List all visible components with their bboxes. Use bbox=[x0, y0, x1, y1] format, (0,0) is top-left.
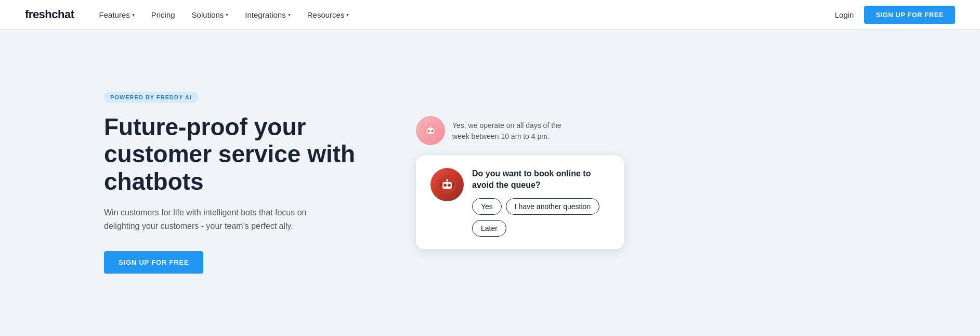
chevron-down-icon: ▾ bbox=[288, 12, 291, 18]
main-content: POWERED BY FREDDY AI Future-proof your c… bbox=[0, 29, 980, 336]
svg-rect-16 bbox=[452, 183, 454, 186]
nav-signup-button[interactable]: SIGN UP FOR FREE bbox=[864, 6, 955, 24]
hero-signup-button[interactable]: SIGN UP FOR FREE bbox=[104, 251, 203, 274]
hero-subtitle: Win customers for life with intelligent … bbox=[104, 206, 322, 232]
bot-face-icon bbox=[422, 122, 439, 139]
nav-item-integrations[interactable]: Integrations ▾ bbox=[245, 10, 290, 19]
nav-links: Features ▾ Pricing Solutions ▾ Integrati… bbox=[99, 10, 835, 19]
bot-avatar-icon bbox=[436, 173, 459, 196]
bot-avatar-small bbox=[416, 116, 445, 145]
chat-options: Yes I have another question Later bbox=[472, 198, 609, 237]
svg-point-5 bbox=[430, 126, 432, 127]
nav-item-features[interactable]: Features ▾ bbox=[99, 10, 135, 19]
brand-logo[interactable]: freshchat bbox=[25, 8, 74, 21]
nav-item-resources[interactable]: Resources ▾ bbox=[307, 10, 349, 19]
svg-rect-14 bbox=[447, 180, 448, 183]
chat-option-another-question[interactable]: I have another question bbox=[506, 198, 599, 215]
powered-badge: POWERED BY FREDDY AI bbox=[104, 92, 198, 103]
chat-option-yes[interactable]: Yes bbox=[472, 198, 502, 215]
chevron-down-icon: ▾ bbox=[226, 12, 228, 18]
nav-actions: Login SIGN UP FOR FREE bbox=[835, 6, 955, 24]
login-link[interactable]: Login bbox=[835, 10, 854, 19]
svg-rect-15 bbox=[440, 183, 442, 186]
svg-rect-6 bbox=[430, 127, 431, 128]
svg-point-2 bbox=[428, 130, 430, 132]
chevron-down-icon: ▾ bbox=[132, 12, 135, 18]
chevron-down-icon: ▾ bbox=[346, 12, 349, 18]
svg-point-12 bbox=[449, 184, 450, 186]
chat-question-text: Do you want to book online to avoid the … bbox=[472, 168, 609, 191]
chat-card-content: Do you want to book online to avoid the … bbox=[472, 168, 609, 237]
nav-item-solutions[interactable]: Solutions ▾ bbox=[192, 10, 229, 19]
bot-message-text: Yes, we operate on all days of the week … bbox=[452, 116, 567, 142]
chat-card: Do you want to book online to avoid the … bbox=[416, 156, 624, 250]
bot-avatar-large bbox=[430, 168, 464, 201]
svg-point-11 bbox=[445, 184, 446, 186]
svg-point-3 bbox=[432, 130, 434, 132]
chat-widget: Yes, we operate on all days of the week … bbox=[416, 116, 634, 250]
nav-item-pricing[interactable]: Pricing bbox=[151, 10, 175, 19]
chat-option-later[interactable]: Later bbox=[472, 220, 506, 237]
hero-section: POWERED BY FREDDY AI Future-proof your c… bbox=[104, 92, 374, 274]
hero-title: Future-proof your customer service with … bbox=[104, 113, 374, 196]
navbar: freshchat Features ▾ Pricing Solutions ▾… bbox=[0, 0, 980, 29]
bot-reply-row: Yes, we operate on all days of the week … bbox=[416, 116, 567, 145]
